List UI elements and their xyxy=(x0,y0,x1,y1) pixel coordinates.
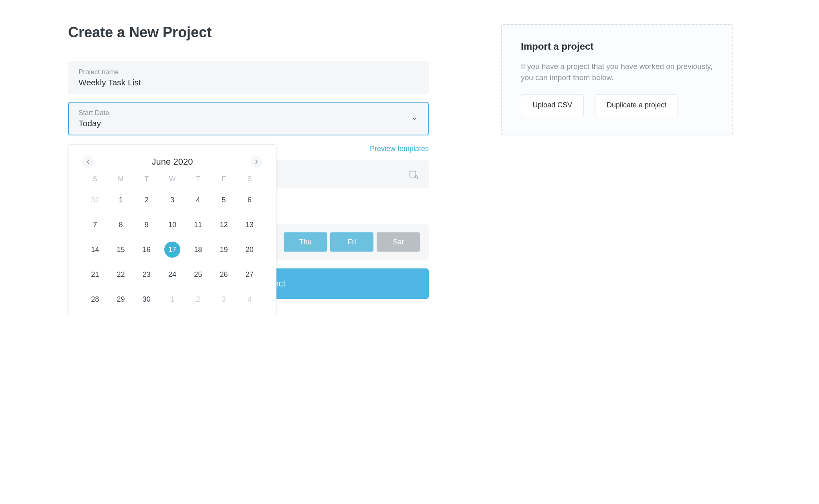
calendar-day[interactable]: 30 xyxy=(139,291,155,307)
chevron-down-icon xyxy=(411,115,418,122)
calendar-day[interactable]: 10 xyxy=(164,217,180,233)
calendar-day[interactable]: 3 xyxy=(164,192,180,208)
calendar-day[interactable]: 25 xyxy=(190,266,206,282)
calendar-day[interactable]: 14 xyxy=(87,242,103,258)
calendar-day[interactable]: 17 xyxy=(164,242,180,258)
project-name-value: Weekly Task List xyxy=(79,78,418,87)
calendar-day[interactable]: 8 xyxy=(113,217,129,233)
calendar-day[interactable]: 22 xyxy=(113,266,129,282)
calendar-dow: M xyxy=(118,175,123,183)
calendar-day[interactable]: 11 xyxy=(190,217,206,233)
calendar-day[interactable]: 21 xyxy=(87,266,103,282)
calendar-popover: June 2020 SMTWTFS31123456789101112131415… xyxy=(68,144,276,315)
calendar-dow: T xyxy=(145,175,149,183)
calendar-day[interactable]: 12 xyxy=(216,217,232,233)
calendar-next-button[interactable] xyxy=(250,156,262,168)
calendar-day[interactable]: 23 xyxy=(139,266,155,282)
calendar-day[interactable]: 26 xyxy=(216,266,232,282)
calendar-day[interactable]: 1 xyxy=(164,291,180,307)
calendar-day[interactable]: 2 xyxy=(190,291,206,307)
calendar-title: June 2020 xyxy=(152,157,193,167)
calendar-dow: S xyxy=(93,175,97,183)
calendar-day[interactable]: 28 xyxy=(87,291,103,307)
calendar-day[interactable]: 2 xyxy=(139,192,155,208)
preview-templates-link[interactable]: Preview templates xyxy=(370,145,429,153)
calendar-dow: W xyxy=(169,175,176,183)
project-name-field[interactable]: Project name Weekly Task List xyxy=(68,61,429,95)
workday-chip[interactable]: Thu xyxy=(284,232,327,252)
import-panel: Import a project If you have a project t… xyxy=(501,24,733,135)
start-date-field[interactable]: Start Date Today xyxy=(68,102,429,135)
calendar-day[interactable]: 19 xyxy=(216,242,232,258)
calendar-dow: S xyxy=(247,175,252,183)
calendar-day[interactable]: 4 xyxy=(190,192,206,208)
calendar-prev-button[interactable] xyxy=(82,156,94,168)
calendar-day[interactable]: 18 xyxy=(190,242,206,258)
workday-chip[interactable]: Fri xyxy=(330,232,373,252)
calendar-dow: T xyxy=(196,175,200,183)
calendar-day[interactable]: 1 xyxy=(113,192,129,208)
main-form: Create a New Project Project name Weekly… xyxy=(68,24,429,299)
calendar-day[interactable]: 7 xyxy=(87,217,103,233)
duplicate-project-button[interactable]: Duplicate a project xyxy=(595,94,678,116)
calendar-day[interactable]: 24 xyxy=(164,266,180,282)
upload-csv-button[interactable]: Upload CSV xyxy=(521,94,584,116)
page-title: Create a New Project xyxy=(68,24,429,41)
start-date-label: Start Date xyxy=(79,109,418,117)
calendar-day[interactable]: 20 xyxy=(242,242,258,258)
calendar-dow: F xyxy=(222,175,226,183)
start-date-value: Today xyxy=(79,119,418,128)
browse-search-icon xyxy=(409,169,418,179)
import-title: Import a project xyxy=(521,41,713,52)
calendar-day[interactable]: 13 xyxy=(242,217,258,233)
calendar-day[interactable]: 6 xyxy=(242,192,258,208)
calendar-day[interactable]: 16 xyxy=(139,242,155,258)
import-description: If you have a project that you have work… xyxy=(521,61,713,83)
calendar-day[interactable]: 3 xyxy=(216,291,232,307)
calendar-day[interactable]: 9 xyxy=(139,217,155,233)
calendar-day[interactable]: 31 xyxy=(87,192,103,208)
calendar-day[interactable]: 15 xyxy=(113,242,129,258)
project-name-label: Project name xyxy=(79,68,418,76)
calendar-day[interactable]: 5 xyxy=(216,192,232,208)
calendar-day[interactable]: 27 xyxy=(242,266,258,282)
calendar-day[interactable]: 29 xyxy=(113,291,129,307)
svg-line-2 xyxy=(417,178,418,179)
calendar-day[interactable]: 4 xyxy=(242,291,258,307)
workday-chip[interactable]: Sat xyxy=(377,232,420,252)
